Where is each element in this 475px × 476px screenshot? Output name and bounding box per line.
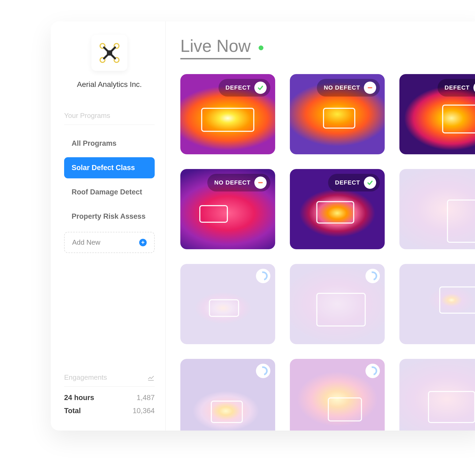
status-badge-label: DEFECT — [335, 179, 360, 186]
badge-wrap: NO DEFECT — [207, 174, 270, 191]
check-icon — [473, 82, 475, 94]
detection-bbox — [316, 293, 366, 327]
stat-24h-value: 1,487 — [137, 394, 155, 402]
thermal-card[interactable]: NO DEFECT — [180, 169, 275, 249]
company-name: Aerial Analytics Inc. — [64, 80, 155, 89]
detection-bbox — [439, 286, 475, 314]
thermal-card[interactable] — [180, 359, 275, 431]
detection-bbox — [328, 397, 362, 421]
stat-total-label: Total — [64, 407, 81, 415]
chart-icon[interactable] — [147, 374, 155, 381]
status-badge: NO DEFECT — [207, 174, 270, 191]
badge-wrap: DEFECT — [219, 79, 270, 97]
sidebar-item-roof-damage-detect[interactable]: Roof Damage Detect — [64, 182, 155, 203]
plus-icon: + — [139, 239, 147, 246]
thermal-card[interactable]: DEFECT — [399, 74, 475, 154]
status-badge: DEFECT — [328, 174, 380, 191]
status-badge: NO DEFECT — [317, 79, 380, 97]
thermal-card[interactable] — [180, 264, 275, 344]
app-window: Aerial Analytics Inc. Your Programs All … — [51, 21, 475, 431]
stat-total-value: 10,364 — [133, 407, 155, 415]
thermal-card[interactable]: NO DEFECT — [290, 74, 385, 154]
detection-bbox — [209, 299, 239, 317]
page-title: Live Now — [180, 36, 251, 59]
thermal-card[interactable]: DEFECT — [290, 169, 385, 249]
company-logo — [91, 35, 127, 71]
check-icon — [364, 176, 376, 189]
program-list: All ProgramsSolar Defect ClassRoof Damag… — [64, 133, 155, 230]
status-badge-label: DEFECT — [445, 84, 470, 91]
detection-bbox — [323, 108, 355, 129]
engagements-label-text: Engagements — [64, 373, 107, 382]
loading-icon — [365, 364, 380, 378]
status-badge-label: NO DEFECT — [214, 179, 251, 186]
heading-row: Live Now — [180, 36, 475, 59]
status-badge: DEFECT — [219, 79, 270, 97]
engagements-section-label: Engagements — [64, 373, 155, 387]
add-new-label: Add New — [72, 238, 100, 247]
stat-row-total: Total 10,364 — [64, 407, 155, 415]
sidebar-item-property-risk-assess[interactable]: Property Risk Assess — [64, 206, 155, 227]
detection-bbox — [428, 391, 475, 423]
sidebar-item-all-programs[interactable]: All Programs — [64, 133, 155, 154]
thermal-card[interactable] — [399, 264, 475, 344]
loading-icon — [256, 269, 270, 283]
check-icon — [254, 82, 267, 94]
detection-bbox — [211, 401, 243, 423]
thermal-card[interactable] — [399, 169, 475, 249]
main-content: Live Now DEFECTNO DEFECTDEFECTNO DEFECTD… — [166, 21, 475, 431]
thermal-card[interactable]: DEFECT — [180, 74, 275, 154]
sidebar-item-solar-defect-class[interactable]: Solar Defect Class — [64, 157, 155, 178]
badge-wrap: NO DEFECT — [317, 79, 380, 97]
thermal-card[interactable] — [290, 264, 385, 344]
svg-rect-6 — [107, 50, 112, 56]
detection-bbox — [442, 105, 475, 133]
status-badge-label: NO DEFECT — [324, 84, 360, 91]
badge-wrap: DEFECT — [328, 174, 380, 191]
detection-bbox — [201, 108, 254, 132]
status-badge-label: DEFECT — [225, 84, 251, 91]
thermal-card[interactable] — [290, 359, 385, 431]
loading-icon — [256, 364, 270, 378]
status-badge: DEFECT — [438, 79, 475, 97]
sidebar: Aerial Analytics Inc. Your Programs All … — [51, 21, 166, 431]
loading-icon — [365, 269, 380, 283]
minus-icon — [254, 176, 267, 189]
stat-row-24h: 24 hours 1,487 — [64, 394, 155, 402]
badge-wrap: DEFECT — [438, 79, 475, 97]
stat-24h-label: 24 hours — [64, 394, 94, 402]
minus-icon — [364, 82, 376, 94]
detection-bbox — [316, 201, 354, 224]
drone-icon — [99, 42, 120, 64]
programs-section-label: Your Programs — [64, 112, 155, 125]
card-grid: DEFECTNO DEFECTDEFECTNO DEFECTDEFECT — [180, 74, 475, 431]
detection-bbox — [199, 205, 228, 223]
live-indicator-icon — [259, 45, 263, 50]
detection-bbox — [447, 199, 475, 243]
thermal-card[interactable] — [399, 359, 475, 431]
add-new-button[interactable]: Add New + — [64, 232, 155, 253]
